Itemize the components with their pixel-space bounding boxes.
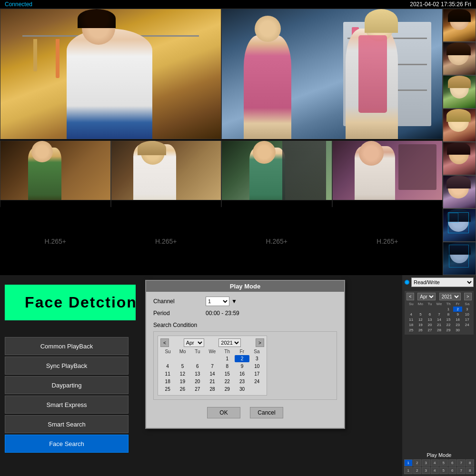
right-cal-next[interactable]: > — [464, 293, 472, 300]
right-cal-day-6[interactable]: 6 — [425, 312, 435, 317]
cal-day-7[interactable]: 7 — [205, 363, 219, 370]
cal-day-9[interactable]: 9 — [235, 363, 249, 370]
cal-day-16[interactable]: 16 — [235, 370, 249, 377]
sidebar-item-smart-search[interactable]: Smart Search — [5, 415, 129, 433]
sidebar-item-common-playback[interactable]: Common PlayBack — [5, 337, 129, 355]
read-write-radio[interactable] — [405, 280, 409, 285]
read-write-select-input[interactable]: Read/Write — [411, 278, 474, 287]
right-cal-day-17[interactable]: 17 — [462, 317, 472, 322]
play-mode-num-4[interactable]: 5 — [439, 459, 448, 466]
thumb-8[interactable] — [443, 242, 476, 275]
right-cal-day-14[interactable]: 14 — [435, 317, 444, 322]
ok-button[interactable]: OK — [207, 407, 240, 418]
cal-year-select[interactable]: 2021 20202022 — [218, 338, 241, 347]
play-mode-num-2[interactable]: 3 — [422, 459, 430, 466]
right-cal-day-22[interactable]: 22 — [444, 322, 453, 327]
right-cal-day-29[interactable]: 29 — [444, 327, 453, 333]
cal-day-24[interactable]: 24 — [250, 378, 264, 385]
cal-day-1[interactable]: 1 — [220, 355, 234, 362]
cal-day-30[interactable]: 30 — [235, 386, 249, 393]
right-cal-year[interactable]: 2021 — [439, 293, 461, 300]
thumb-2[interactable] — [443, 42, 476, 75]
camera-6[interactable] — [332, 140, 443, 207]
right-cal-day-4[interactable]: 4 — [407, 312, 416, 317]
right-cal-day-16[interactable]: 16 — [453, 317, 463, 322]
channel-select[interactable]: 1 2 4 — [206, 297, 229, 306]
cal-day-28[interactable]: 28 — [205, 386, 219, 393]
cal-day-29[interactable]: 29 — [220, 386, 234, 393]
cancel-button[interactable]: Cancel — [250, 407, 283, 418]
right-cal-day-12[interactable]: 12 — [416, 317, 426, 322]
play-mode-num-11[interactable]: 4 — [431, 467, 439, 474]
camera-4[interactable] — [111, 140, 222, 207]
right-cal-day-27[interactable]: 27 — [425, 327, 435, 333]
cal-day-11[interactable]: 11 — [160, 370, 175, 377]
cal-day-27[interactable]: 27 — [190, 386, 205, 393]
right-cal-day-9[interactable]: 9 — [453, 312, 463, 317]
right-cal-day-28[interactable]: 28 — [435, 327, 444, 333]
right-cal-day-5[interactable]: 5 — [416, 312, 426, 317]
right-cal-day-24[interactable]: 24 — [462, 322, 472, 327]
thumb-3[interactable] — [443, 75, 476, 109]
right-cal-day-21[interactable]: 21 — [435, 322, 444, 327]
right-cal-day-19[interactable]: 19 — [416, 322, 426, 327]
right-cal-day-11[interactable]: 11 — [407, 317, 416, 322]
camera-3[interactable] — [0, 140, 111, 207]
cal-month-select[interactable]: Apr JanFebMar MayJun — [184, 338, 204, 347]
play-mode-num-14[interactable]: 7 — [457, 467, 466, 474]
play-mode-num-15[interactable]: 8 — [466, 467, 475, 474]
right-cal-day-10[interactable]: 10 — [462, 312, 472, 317]
play-mode-num-12[interactable]: 5 — [439, 467, 448, 474]
cal-day-6[interactable]: 6 — [190, 363, 205, 370]
play-mode-num-8[interactable]: 1 — [404, 467, 413, 474]
sidebar-item-sync-playback[interactable]: Sync PlayBack — [5, 357, 129, 375]
cal-day-25[interactable]: 25 — [160, 386, 175, 393]
cal-day-19[interactable]: 19 — [175, 378, 189, 385]
right-cal-day-23[interactable]: 23 — [453, 322, 463, 327]
cal-day-22[interactable]: 22 — [220, 378, 234, 385]
thumb-7[interactable] — [443, 208, 476, 242]
right-cal-day-8[interactable]: 8 — [444, 312, 453, 317]
right-cal-day-3[interactable]: 3 — [462, 307, 472, 312]
cal-next-button[interactable]: > — [256, 338, 264, 347]
play-mode-num-7[interactable]: 8 — [466, 459, 475, 466]
cal-day-18[interactable]: 18 — [160, 378, 175, 385]
cal-day-3[interactable]: 3 — [250, 355, 264, 362]
right-cal-day-15[interactable]: 15 — [444, 317, 453, 322]
camera-5[interactable] — [221, 140, 332, 207]
play-mode-num-1[interactable]: 2 — [413, 459, 422, 466]
play-mode-num-5[interactable]: 6 — [448, 459, 457, 466]
cal-day-14[interactable]: 14 — [205, 370, 219, 377]
cal-day-21[interactable]: 21 — [205, 378, 219, 385]
cal-day-23[interactable]: 23 — [235, 378, 249, 385]
right-cal-day-26[interactable]: 26 — [416, 327, 426, 333]
cal-day-26[interactable]: 26 — [175, 386, 189, 393]
play-mode-num-13[interactable]: 6 — [448, 467, 457, 474]
cal-day-15[interactable]: 15 — [220, 370, 234, 377]
right-cal-day-1[interactable]: 1 — [444, 307, 453, 312]
cal-day-17[interactable]: 17 — [250, 370, 264, 377]
right-cal-prev[interactable]: < — [407, 293, 414, 300]
sidebar-item-dayparting[interactable]: Dayparting — [5, 376, 129, 394]
sidebar-item-smart-express[interactable]: Smart Express — [5, 396, 129, 414]
right-cal-day-25[interactable]: 25 — [407, 327, 416, 333]
right-cal-day-20[interactable]: 20 — [425, 322, 435, 327]
right-cal-day-18[interactable]: 18 — [407, 322, 416, 327]
play-mode-num-9[interactable]: 2 — [413, 467, 422, 474]
cal-day-2[interactable]: 2 — [235, 355, 249, 362]
right-cal-day-30[interactable]: 30 — [453, 327, 463, 333]
right-cal-month[interactable]: Apr — [417, 293, 436, 300]
thumb-4[interactable] — [443, 109, 476, 142]
cal-day-12[interactable]: 12 — [175, 370, 189, 377]
camera-1[interactable] — [0, 9, 221, 139]
cal-day-10[interactable]: 10 — [250, 363, 264, 370]
right-cal-day-7[interactable]: 7 — [435, 312, 444, 317]
play-mode-num-0[interactable]: 1 — [404, 459, 413, 466]
play-mode-num-3[interactable]: 4 — [431, 459, 439, 466]
right-cal-day-2[interactable]: 2 — [453, 307, 463, 312]
cal-day-8[interactable]: 8 — [220, 363, 234, 370]
cal-day-5[interactable]: 5 — [175, 363, 189, 370]
cal-prev-button[interactable]: < — [160, 338, 169, 347]
right-cal-day-13[interactable]: 13 — [425, 317, 435, 322]
thumb-6[interactable] — [443, 175, 476, 208]
